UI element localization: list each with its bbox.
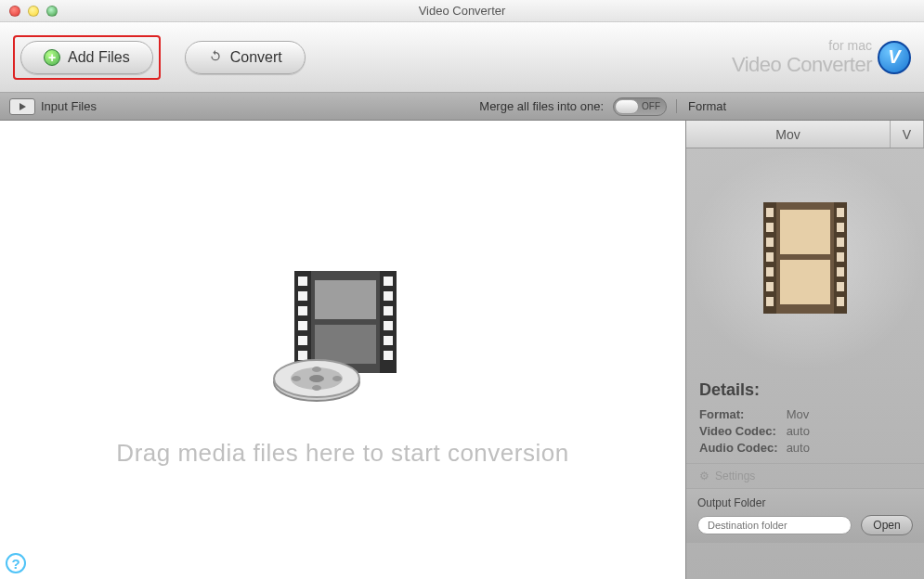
svg-rect-13 bbox=[384, 336, 393, 345]
svg-rect-9 bbox=[384, 277, 393, 286]
main: Drag media files here to start conversio… bbox=[0, 121, 924, 579]
merge-toggle[interactable]: OFF bbox=[613, 97, 667, 116]
svg-rect-41 bbox=[837, 297, 844, 306]
toggle-knob bbox=[615, 99, 639, 114]
svg-rect-40 bbox=[837, 282, 844, 291]
help-icon[interactable]: ? bbox=[6, 553, 26, 573]
svg-rect-37 bbox=[837, 238, 844, 247]
detail-acodec-value: auto bbox=[787, 441, 810, 455]
svg-rect-5 bbox=[298, 306, 307, 315]
dropzone[interactable]: Drag media files here to start conversio… bbox=[0, 121, 685, 579]
svg-point-20 bbox=[309, 375, 324, 382]
settings-button[interactable]: ⚙ Settings bbox=[686, 463, 924, 489]
add-files-button[interactable]: + Add Files bbox=[20, 41, 153, 74]
svg-rect-29 bbox=[766, 223, 774, 232]
add-files-label: Add Files bbox=[68, 49, 130, 66]
svg-rect-12 bbox=[384, 321, 393, 330]
svg-rect-7 bbox=[298, 336, 307, 345]
svg-rect-3 bbox=[298, 277, 307, 286]
toolbar: + Add Files Convert for mac Video Conver… bbox=[0, 22, 924, 93]
detail-format-value: Mov bbox=[787, 407, 810, 421]
svg-point-22 bbox=[332, 376, 342, 381]
svg-rect-30 bbox=[766, 238, 774, 247]
svg-rect-43 bbox=[780, 260, 830, 304]
film-art-icon bbox=[259, 252, 426, 419]
destination-input[interactable] bbox=[697, 516, 852, 534]
details-heading: Details: bbox=[699, 380, 911, 400]
format-tabs: Mov V bbox=[686, 121, 924, 148]
merge-label: Merge all files into one: bbox=[479, 99, 604, 113]
detail-acodec-label: Audio Codec: bbox=[699, 441, 783, 455]
merge-toggle-state: OFF bbox=[642, 101, 660, 111]
svg-point-24 bbox=[312, 385, 321, 391]
tab-mov[interactable]: Mov bbox=[686, 121, 891, 148]
play-icon[interactable] bbox=[9, 98, 35, 115]
open-button[interactable]: Open bbox=[861, 515, 913, 535]
format-preview bbox=[686, 148, 924, 371]
svg-rect-28 bbox=[766, 208, 774, 217]
svg-rect-6 bbox=[298, 321, 307, 330]
convert-label: Convert bbox=[230, 49, 282, 66]
convert-button[interactable]: Convert bbox=[185, 41, 306, 74]
details-section: Details: Format: Mov Video Codec: auto A… bbox=[686, 371, 924, 463]
svg-rect-11 bbox=[384, 306, 393, 315]
svg-rect-10 bbox=[384, 291, 393, 301]
format-header-label: Format bbox=[688, 99, 726, 113]
svg-rect-33 bbox=[766, 282, 774, 291]
format-header: Format bbox=[676, 99, 915, 113]
plus-icon: + bbox=[44, 49, 60, 66]
output-section: Output Folder Open bbox=[686, 489, 924, 543]
tab-v[interactable]: V bbox=[891, 121, 924, 148]
filmstrip-icon bbox=[763, 202, 847, 317]
svg-rect-15 bbox=[315, 280, 376, 319]
svg-rect-38 bbox=[837, 252, 844, 262]
settings-label: Settings bbox=[715, 470, 755, 482]
svg-rect-36 bbox=[837, 223, 844, 232]
brand-subtitle: for mac bbox=[732, 38, 872, 53]
dropzone-hint: Drag media files here to start conversio… bbox=[116, 439, 568, 468]
svg-point-23 bbox=[312, 367, 321, 372]
svg-rect-39 bbox=[837, 267, 844, 277]
svg-rect-42 bbox=[780, 210, 830, 254]
detail-vcodec-label: Video Codec: bbox=[699, 424, 783, 438]
brand-logo-icon: V bbox=[878, 41, 911, 74]
window-title: Video Converter bbox=[0, 4, 924, 18]
subbar: Input Files Merge all files into one: OF… bbox=[0, 93, 924, 121]
refresh-icon bbox=[208, 48, 223, 67]
detail-format-label: Format: bbox=[699, 407, 783, 421]
svg-rect-34 bbox=[766, 297, 774, 306]
svg-rect-35 bbox=[837, 208, 844, 217]
svg-rect-32 bbox=[766, 267, 774, 277]
brand: for mac Video Converter V bbox=[732, 38, 911, 77]
output-folder-label: Output Folder bbox=[697, 496, 913, 509]
format-panel: Mov V Details: Format: Mov bbox=[685, 121, 924, 579]
titlebar: Video Converter bbox=[0, 0, 924, 22]
detail-vcodec-value: auto bbox=[787, 424, 810, 438]
svg-rect-8 bbox=[298, 351, 307, 360]
add-files-highlight: + Add Files bbox=[13, 35, 161, 80]
svg-rect-16 bbox=[315, 325, 376, 364]
svg-rect-14 bbox=[384, 351, 393, 360]
svg-rect-4 bbox=[298, 291, 307, 301]
brand-title: Video Converter bbox=[732, 53, 872, 77]
input-files-label: Input Files bbox=[41, 99, 97, 113]
svg-rect-31 bbox=[766, 252, 774, 262]
gear-icon: ⚙ bbox=[699, 470, 709, 482]
svg-point-21 bbox=[292, 376, 301, 381]
